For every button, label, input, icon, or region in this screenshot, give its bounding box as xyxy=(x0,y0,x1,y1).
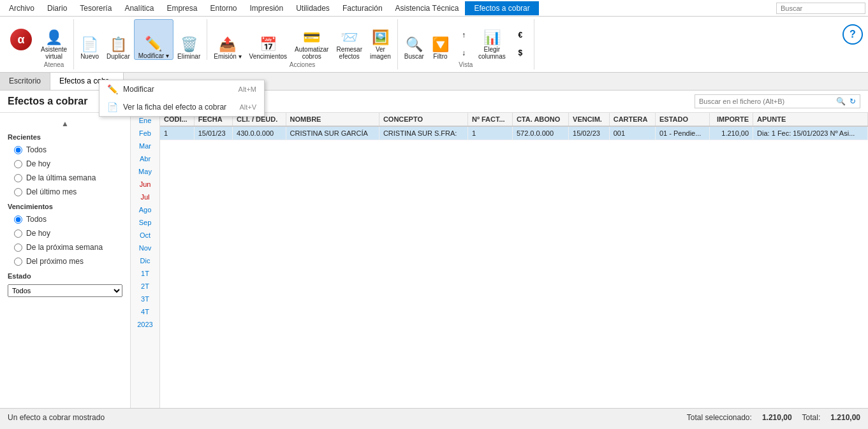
effects-table: CÓDI... FECHA CLI. / DEUD. NOMBRE CONCEP… xyxy=(160,113,868,140)
tab-escritorio[interactable]: Escritorio xyxy=(0,73,50,90)
logo-button[interactable]: α xyxy=(5,19,37,60)
sidebar-recientes-todos[interactable]: Todos xyxy=(0,143,130,157)
menu-archivo[interactable]: Archivo xyxy=(3,1,41,15)
month-nov[interactable]: Nov xyxy=(131,242,159,254)
ribbon-btn-buscar[interactable]: 🔍 Buscar xyxy=(401,19,428,60)
month-jul[interactable]: Jul xyxy=(131,191,159,203)
sidebar-recientes-hoy[interactable]: De hoy xyxy=(0,157,130,171)
ribbon-btn-modificar[interactable]: ✏️ Modificar ▾ xyxy=(134,19,173,60)
month-1t[interactable]: 1T xyxy=(131,267,159,280)
radio-recientes-mes[interactable] xyxy=(14,188,22,196)
col-cta-abono[interactable]: CTA. ABONO xyxy=(512,113,568,126)
month-jun[interactable]: Jun xyxy=(131,178,159,191)
col-estado[interactable]: ESTADO xyxy=(655,113,709,126)
ribbon-btn-asistente[interactable]: 👤 Asistentevirtual xyxy=(37,19,71,60)
radio-vencimientos-hoy[interactable] xyxy=(14,229,22,238)
ribbon-btn-filtro[interactable]: 🔽 Filtro xyxy=(428,19,453,60)
help-button[interactable]: ? xyxy=(842,24,863,45)
automatizar-label: Automatizarcobros xyxy=(295,46,328,60)
ribbon-group-atenea-label: Atenea xyxy=(37,61,71,69)
sidebar-estado-title: Estado xyxy=(0,268,130,282)
month-dic[interactable]: Dic xyxy=(131,254,159,267)
sidebar-scroll-up[interactable]: ▲ xyxy=(0,118,130,129)
menu-empresa[interactable]: Empresa xyxy=(160,1,203,15)
cell-estado: 01 - Pendie... xyxy=(655,126,709,140)
sidebar-estado-select-wrapper: Todos xyxy=(0,282,130,300)
sidebar-vencimientos-todos[interactable]: Todos xyxy=(0,212,130,226)
month-2t[interactable]: 2T xyxy=(131,280,159,293)
dollar-icon: $ xyxy=(518,48,522,57)
ribbon-btn-sort-asc[interactable]: ↑ xyxy=(454,22,473,40)
page-refresh-icon[interactable]: ↻ xyxy=(850,97,856,106)
month-sep[interactable]: Sep xyxy=(131,216,159,229)
menu-efectos-cobrar[interactable]: Efectos a cobrar xyxy=(465,1,538,15)
ribbon-btn-duplicar[interactable]: 📋 Duplicar xyxy=(103,19,134,60)
radio-vencimientos-proximo-mes[interactable] xyxy=(14,258,22,266)
menu-entorno[interactable]: Entorno xyxy=(203,1,243,15)
menu-tesoreria[interactable]: Tesorería xyxy=(73,1,118,15)
menu-analitica[interactable]: Analítica xyxy=(118,1,160,15)
menu-facturacion[interactable]: Facturación xyxy=(336,1,389,15)
menu-utilidades[interactable]: Utilidades xyxy=(290,1,336,15)
month-3t[interactable]: 3T xyxy=(131,293,159,305)
sort-desc-icon: ↓ xyxy=(462,48,466,57)
sidebar-vencimientos-proximo-mes[interactable]: Del próximo mes xyxy=(0,254,130,268)
sidebar-estado-select[interactable]: Todos xyxy=(8,284,122,297)
col-vencim[interactable]: VENCIM. xyxy=(569,113,610,126)
sort-asc-icon: ↑ xyxy=(462,31,466,40)
col-apunte[interactable]: APUNTE xyxy=(753,113,868,126)
radio-vencimientos-proxima-semana[interactable] xyxy=(14,244,22,252)
col-cartera[interactable]: CARTERA xyxy=(609,113,655,126)
ribbon-btn-elegir-columnas[interactable]: 📊 Elegircolumnas xyxy=(474,19,510,60)
month-abr[interactable]: Abr xyxy=(131,152,159,165)
radio-vencimientos-todos[interactable] xyxy=(14,215,22,224)
menu-search-input[interactable] xyxy=(776,3,865,14)
ribbon-btn-nuevo[interactable]: 📄 Nuevo xyxy=(77,19,103,60)
ribbon-btn-remesar[interactable]: 📨 Remesarefectos xyxy=(332,19,366,60)
sidebar-vencimientos-hoy[interactable]: De hoy xyxy=(0,226,130,240)
dropdown-modificar-label: Modificar xyxy=(123,85,154,94)
nuevo-icon: 📄 xyxy=(81,38,98,52)
ribbon-vista-label: Vista xyxy=(401,61,531,69)
month-may[interactable]: May xyxy=(131,165,159,178)
ribbon-btn-euro[interactable]: € xyxy=(511,22,530,40)
page-search-icon[interactable]: 🔍 xyxy=(836,97,846,106)
radio-recientes-todos[interactable] xyxy=(14,146,22,154)
dropdown-ver-ficha[interactable]: 📄 Ver la ficha del efecto a cobrar Alt+V xyxy=(99,98,264,116)
ribbon-btn-emision[interactable]: 📤 Emisión ▾ xyxy=(210,19,245,60)
table-row[interactable]: 115/01/23430.0.0.000CRISTINA SUR GARCÍAC… xyxy=(160,126,868,140)
main-layout: ▲ Recientes Todos De hoy De la última se… xyxy=(0,113,868,408)
menu-diario[interactable]: Diario xyxy=(41,1,73,15)
col-concepto[interactable]: CONCEPTO xyxy=(379,113,467,126)
radio-recientes-hoy[interactable] xyxy=(14,160,22,168)
ribbon-btn-vencimientos[interactable]: 📅 Vencimientos xyxy=(246,19,291,60)
remesar-label: Remesarefectos xyxy=(336,46,362,60)
month-4t[interactable]: 4T xyxy=(131,305,159,318)
ribbon-btn-sort-desc[interactable]: ↓ xyxy=(454,40,473,57)
month-oct[interactable]: Oct xyxy=(131,229,159,242)
col-nombre[interactable]: NOMBRE xyxy=(286,113,379,126)
ribbon-btn-automatizar[interactable]: 💳 Automatizarcobros xyxy=(291,19,332,60)
ribbon-btn-ver-imagen[interactable]: 🖼️ Verimagen xyxy=(366,19,395,60)
col-importe[interactable]: IMPORTE xyxy=(709,113,753,126)
menu-impresion[interactable]: Impresión xyxy=(243,1,290,15)
sidebar-recientes-mes[interactable]: Del último mes xyxy=(0,185,130,199)
page-search-input[interactable] xyxy=(699,98,834,105)
ribbon-btn-dollar[interactable]: $ xyxy=(511,40,530,57)
radio-recientes-semana[interactable] xyxy=(14,174,22,182)
ribbon-group-atenea: 👤 Asistentevirtual Atenea xyxy=(37,19,74,69)
asistente-label: Asistentevirtual xyxy=(41,46,67,60)
ribbon-btn-eliminar[interactable]: 🗑️ Eliminar xyxy=(173,19,204,60)
menu-asistencia[interactable]: Asistencia Técnica xyxy=(389,1,466,15)
month-feb[interactable]: Feb xyxy=(131,127,159,140)
dropdown-modificar[interactable]: ✏️ Modificar Alt+M xyxy=(99,80,264,98)
month-2023[interactable]: 2023 xyxy=(131,318,159,331)
month-ago[interactable]: Ago xyxy=(131,203,159,216)
sidebar-vencimientos-proxima-semana[interactable]: De la próxima semana xyxy=(0,240,130,254)
sidebar-recientes-semana[interactable]: De la última semana xyxy=(0,171,130,185)
cell-vencim: 15/02/23 xyxy=(569,126,610,140)
cell-nfact: 1 xyxy=(467,126,512,140)
dropdown-ver-ficha-label: Ver la ficha del efecto a cobrar xyxy=(123,103,226,112)
col-nfact[interactable]: Nº FACT... xyxy=(467,113,512,126)
month-mar[interactable]: Mar xyxy=(131,140,159,152)
